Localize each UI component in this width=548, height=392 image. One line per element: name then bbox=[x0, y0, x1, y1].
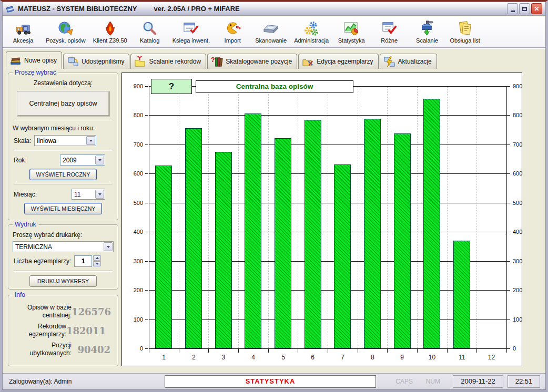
chart-panel: ? Centralna baza opisów 0010010020020030… bbox=[121, 73, 522, 366]
tab-edycja-egzemplarzy[interactable]: Edycja egzemplarzy bbox=[298, 54, 378, 69]
copies-label: Liczba egzemplarzy: bbox=[14, 257, 71, 265]
toolbar-label: Scalanie bbox=[416, 37, 438, 44]
x-tick bbox=[179, 349, 179, 353]
toolbar-label: Ksiega inwent. bbox=[172, 37, 210, 44]
pacman-icon bbox=[225, 20, 241, 37]
group-title: Proszę wybrać bbox=[13, 69, 58, 76]
info-row-central-db: Opisów w bazie centralnej: 126576 bbox=[14, 304, 113, 319]
toolbar-item-ksiega-inwent[interactable]: Ksiega inwent. bbox=[172, 20, 210, 44]
info-label: Rekordów egzemplarzy: bbox=[14, 323, 66, 338]
copies-value: 1 bbox=[74, 255, 92, 267]
minimize-button[interactable] bbox=[507, 3, 518, 14]
tab-skatalogowane-pozycje[interactable]: ? Skatalogowane pozycje bbox=[207, 54, 297, 69]
chevron-down-icon[interactable] bbox=[104, 242, 113, 251]
x-tick bbox=[506, 349, 507, 353]
tab-aktualizacje[interactable]: Aktualizacje bbox=[380, 54, 437, 69]
toolbar-label: Katalog bbox=[140, 37, 159, 44]
info-value: 126576 bbox=[72, 306, 113, 317]
toolbar-item-scalanie[interactable]: Scalanie bbox=[412, 20, 442, 44]
y-tick bbox=[507, 261, 510, 262]
toolbar-item-obsluga-list[interactable]: Obsługa list bbox=[450, 20, 480, 44]
grid-line-h bbox=[149, 173, 506, 174]
toolbar-item-import[interactable]: Import bbox=[217, 20, 248, 44]
bar-month-3 bbox=[215, 152, 232, 348]
y-axis-label: 400 bbox=[127, 229, 143, 235]
y-tick bbox=[507, 115, 510, 116]
y-tick bbox=[507, 145, 510, 145]
books-icon bbox=[9, 55, 22, 67]
chevron-down-icon[interactable] bbox=[86, 136, 95, 145]
app-icon bbox=[6, 4, 15, 13]
x-tick bbox=[238, 349, 239, 353]
logged-in-text: Zalogowany(a): Admin bbox=[9, 378, 72, 385]
chevron-down-icon[interactable] bbox=[95, 190, 104, 199]
chart-help-button[interactable]: ? bbox=[151, 79, 192, 94]
y-tick bbox=[507, 232, 510, 232]
date-panel: 2009-11-22 bbox=[453, 375, 503, 388]
calendar-check-icon bbox=[381, 20, 398, 37]
y-axis-label: 600 bbox=[513, 170, 529, 177]
toolbar-label: Różne bbox=[381, 37, 398, 44]
separator bbox=[14, 271, 113, 272]
grid-line-v bbox=[328, 86, 328, 348]
gears-icon bbox=[303, 20, 320, 37]
grid-line-v bbox=[298, 86, 298, 348]
scale-select[interactable]: liniowa bbox=[34, 135, 96, 146]
truck-icon bbox=[15, 20, 32, 37]
toolbar-item-katalog[interactable]: Katalog bbox=[135, 20, 165, 44]
svg-text:?: ? bbox=[211, 56, 215, 64]
toolbar-item-akcesja[interactable]: Akcesja bbox=[8, 20, 38, 44]
y-tick bbox=[145, 319, 148, 320]
x-tick bbox=[358, 349, 358, 353]
month-label: Miesiąc: bbox=[14, 191, 37, 198]
x-axis bbox=[149, 348, 507, 349]
copies-stepper[interactable]: 1 bbox=[74, 255, 101, 267]
year-select[interactable]: 2009 bbox=[60, 154, 105, 166]
grid-line-v bbox=[417, 86, 418, 348]
show-yearly-button[interactable]: WYŚWIETL ROCZNY bbox=[29, 169, 97, 180]
catalog-books-icon: ? bbox=[211, 56, 223, 68]
grid-line-v bbox=[238, 86, 239, 348]
tab-scalanie-rekordow[interactable]: Scalanie rekordów bbox=[130, 54, 206, 69]
app-window: MATEUSZ - SYSTEM BIBLIOTECZNY ver. 2.05A… bbox=[0, 0, 548, 392]
chevron-down-icon[interactable] bbox=[95, 156, 104, 164]
magnifier-icon bbox=[141, 20, 158, 37]
toolbar-item-administracja[interactable]: Administracja bbox=[294, 20, 329, 44]
tab-udostepnilismy[interactable]: Udostępniliśmy bbox=[63, 54, 129, 69]
maximize-button[interactable] bbox=[519, 3, 530, 14]
month-select[interactable]: 11 bbox=[72, 189, 105, 200]
toolbar-item-klient-z3950[interactable]: Klient Z39.50 bbox=[93, 20, 127, 44]
tab-label: Edycja egzemplarzy bbox=[317, 58, 373, 65]
y-tick bbox=[507, 173, 510, 174]
toolbar-item-rozne[interactable]: Różne bbox=[374, 20, 404, 44]
x-axis-label: 3 bbox=[208, 354, 238, 361]
y-axis-label: 900 bbox=[127, 83, 143, 89]
main-area: Nowe opisy Udostępniliśmy Scalanie rekor… bbox=[3, 48, 545, 373]
y-axis-label: 800 bbox=[127, 112, 143, 118]
toolbar-label: Statystyka bbox=[338, 37, 365, 44]
central-db-button[interactable]: Centralnej bazy opisów bbox=[17, 91, 109, 116]
close-button[interactable]: ✕ bbox=[531, 3, 542, 14]
group-info: Info Opisów w bazie centralnej: 126576 R… bbox=[8, 295, 118, 366]
spin-up-icon[interactable] bbox=[93, 255, 101, 261]
update-monitors-icon bbox=[383, 56, 395, 68]
spin-down-icon[interactable] bbox=[93, 261, 101, 266]
tab-label: Scalanie rekordów bbox=[149, 58, 201, 65]
toolbar-label: Pozysk. opisów bbox=[46, 37, 86, 44]
info-value: 90402 bbox=[72, 344, 113, 355]
y-axis-label: 200 bbox=[513, 287, 529, 293]
titlebar: MATEUSZ - SYSTEM BIBLIOTECZNY ver. 2.05A… bbox=[3, 2, 545, 16]
info-label: Pozycji ubytkowanych: bbox=[14, 342, 72, 357]
tab-nowe-opisy[interactable]: Nowe opisy bbox=[6, 51, 62, 69]
toolbar-item-pozysk-opisow[interactable]: Pozysk. opisów bbox=[46, 20, 86, 44]
toolbar-item-statystyka[interactable]: Statystyka bbox=[336, 20, 367, 44]
share-monitors-icon bbox=[67, 56, 79, 68]
chart-plot: 0010010020020030030040040050050060060070… bbox=[122, 73, 522, 366]
printer-select[interactable]: TERMICZNA bbox=[13, 241, 114, 252]
bar-month-5 bbox=[275, 138, 291, 348]
toolbar-item-skanowanie[interactable]: Skanowanie bbox=[255, 20, 287, 44]
print-charts-button[interactable]: DRUKUJ WYKRESY bbox=[29, 275, 97, 287]
bar-month-6 bbox=[305, 120, 321, 348]
year-label: Rok: bbox=[14, 157, 27, 164]
show-monthly-button[interactable]: WYŚWIETL MIESIĘCZNY bbox=[24, 203, 103, 214]
